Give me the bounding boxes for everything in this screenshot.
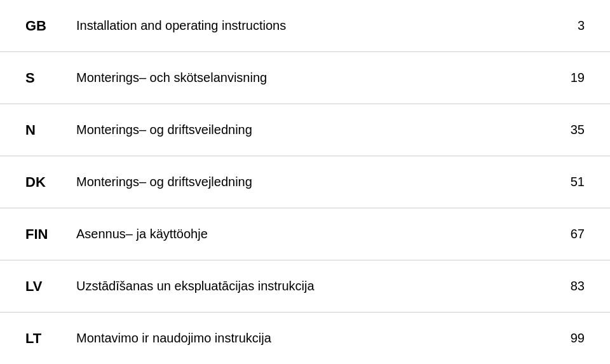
page-num-gb: 3: [553, 18, 585, 33]
page-num-n: 35: [553, 123, 585, 137]
toc-title-s: Monterings– och skötselanvisning: [76, 71, 553, 85]
lang-code-s: S: [25, 70, 76, 86]
toc-title-fin: Asennus– ja käyttöohje: [76, 227, 553, 241]
toc-title-dk: Monterings– og driftsvejledning: [76, 175, 553, 189]
lang-code-fin: FIN: [25, 226, 76, 243]
lang-code-dk: DK: [25, 174, 76, 191]
toc-row-n: NMonterings– og driftsveiledning35: [0, 104, 610, 156]
toc-row-gb: GBInstallation and operating instruction…: [0, 0, 610, 52]
toc-title-n: Monterings– og driftsveiledning: [76, 123, 553, 137]
page-num-lv: 83: [553, 279, 585, 293]
toc-title-lv: Uzstādīšanas un ekspluatācijas instrukci…: [76, 279, 553, 293]
page-num-lt: 99: [553, 331, 585, 346]
page-num-fin: 67: [553, 227, 585, 241]
toc-row-dk: DKMonterings– og driftsvejledning51: [0, 156, 610, 208]
toc-title-gb: Installation and operating instructions: [76, 18, 553, 33]
lang-code-lt: LT: [25, 330, 76, 347]
lang-code-n: N: [25, 122, 76, 138]
lang-code-gb: GB: [25, 18, 76, 34]
toc-row-lv: LVUzstādīšanas un ekspluatācijas instruk…: [0, 260, 610, 313]
toc-row-s: SMonterings– och skötselanvisning19: [0, 52, 610, 104]
page-num-dk: 51: [553, 175, 585, 189]
toc-title-lt: Montavimo ir naudojimo instrukcija: [76, 331, 553, 346]
toc-row-fin: FINAsennus– ja käyttöohje67: [0, 208, 610, 260]
table-of-contents: GBInstallation and operating instruction…: [0, 0, 610, 364]
page-num-s: 19: [553, 71, 585, 85]
lang-code-lv: LV: [25, 278, 76, 295]
toc-row-lt: LTMontavimo ir naudojimo instrukcija99: [0, 313, 610, 364]
